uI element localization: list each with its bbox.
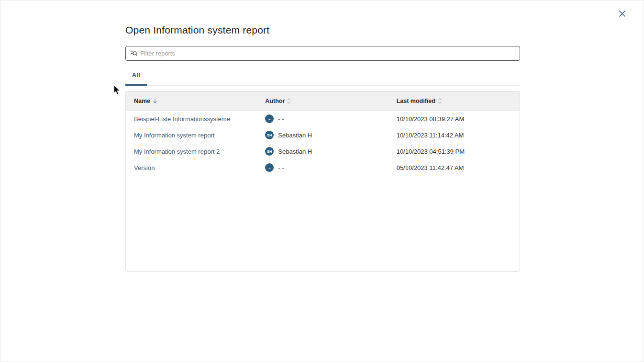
page-title: Open Information system report bbox=[125, 24, 520, 36]
author-name: Sebastian H bbox=[278, 132, 312, 139]
column-header-last-modified[interactable]: Last modified bbox=[389, 98, 520, 104]
author-cell: – - - bbox=[257, 163, 388, 172]
last-modified-cell: 10/10/2023 11:14:42 AM bbox=[389, 132, 520, 139]
last-modified-value: 10/10/2023 04:51:39 PM bbox=[397, 148, 465, 155]
last-modified-cell: 10/10/2023 08:39:27 AM bbox=[389, 115, 520, 123]
avatar: SH bbox=[265, 131, 274, 139]
sort-descending-icon bbox=[153, 98, 157, 104]
dialog-content: Open Information system report All Name bbox=[125, 0, 520, 272]
column-author-label: Author bbox=[265, 98, 285, 104]
table-body: Beispiel-Liste Informationssysteme – - -… bbox=[126, 111, 520, 176]
name-cell: Beispiel-Liste Informationssysteme bbox=[126, 115, 257, 123]
mouse-cursor bbox=[113, 85, 122, 96]
search-input[interactable] bbox=[140, 50, 515, 57]
table-header: Name Author Last modified bbox=[126, 91, 520, 111]
report-name-link[interactable]: My Information system report 2 bbox=[134, 148, 220, 155]
close-x-glyph bbox=[619, 10, 626, 17]
name-cell: Version bbox=[126, 164, 257, 171]
sort-unsorted-icon bbox=[287, 98, 291, 104]
last-modified-value: 10/10/2023 11:14:42 AM bbox=[397, 132, 464, 139]
name-cell: My Information system report 2 bbox=[126, 148, 257, 155]
tab-all[interactable]: All bbox=[125, 71, 147, 85]
author-cell: SH Sebastian H bbox=[257, 131, 388, 139]
sort-unsorted-icon bbox=[438, 98, 442, 104]
tab-bar: All bbox=[125, 71, 520, 86]
avatar: – bbox=[265, 114, 274, 123]
filter-search-icon bbox=[130, 50, 138, 57]
open-report-dialog: Open Information system report All Name bbox=[0, 0, 644, 362]
author-name: - - bbox=[278, 115, 284, 123]
avatar: SH bbox=[265, 147, 274, 156]
name-cell: My Information system report bbox=[126, 132, 257, 139]
last-modified-cell: 05/10/2023 11:42:47 AM bbox=[389, 164, 520, 171]
last-modified-value: 05/10/2023 11:42:47 AM bbox=[397, 164, 464, 171]
table-row[interactable]: My Information system report SH Sebastia… bbox=[126, 127, 520, 143]
last-modified-value: 10/10/2023 08:39:27 AM bbox=[397, 115, 465, 123]
column-header-author[interactable]: Author bbox=[257, 98, 388, 104]
avatar: – bbox=[265, 163, 274, 172]
report-name-link[interactable]: Version bbox=[134, 164, 155, 171]
report-name-link[interactable]: Beispiel-Liste Informationssysteme bbox=[134, 115, 230, 123]
close-icon[interactable] bbox=[617, 8, 627, 19]
author-name: Sebastian H bbox=[278, 148, 312, 155]
author-cell: – - - bbox=[257, 114, 388, 123]
author-cell: SH Sebastian H bbox=[257, 147, 388, 156]
column-header-name[interactable]: Name bbox=[126, 98, 257, 104]
author-name: - - bbox=[278, 164, 284, 171]
table-row[interactable]: My Information system report 2 SH Sebast… bbox=[126, 143, 520, 159]
table-row[interactable]: Beispiel-Liste Informationssysteme – - -… bbox=[126, 111, 520, 127]
tab-all-label: All bbox=[132, 71, 141, 79]
reports-table: Name Author Last modified bbox=[125, 91, 520, 272]
last-modified-cell: 10/10/2023 04:51:39 PM bbox=[389, 148, 520, 155]
report-name-link[interactable]: My Information system report bbox=[134, 132, 214, 139]
table-row[interactable]: Version – - - 05/10/2023 11:42:47 AM bbox=[126, 159, 520, 176]
column-name-label: Name bbox=[134, 98, 150, 104]
filter-field[interactable] bbox=[125, 46, 520, 61]
column-last-modified-label: Last modified bbox=[397, 98, 435, 104]
